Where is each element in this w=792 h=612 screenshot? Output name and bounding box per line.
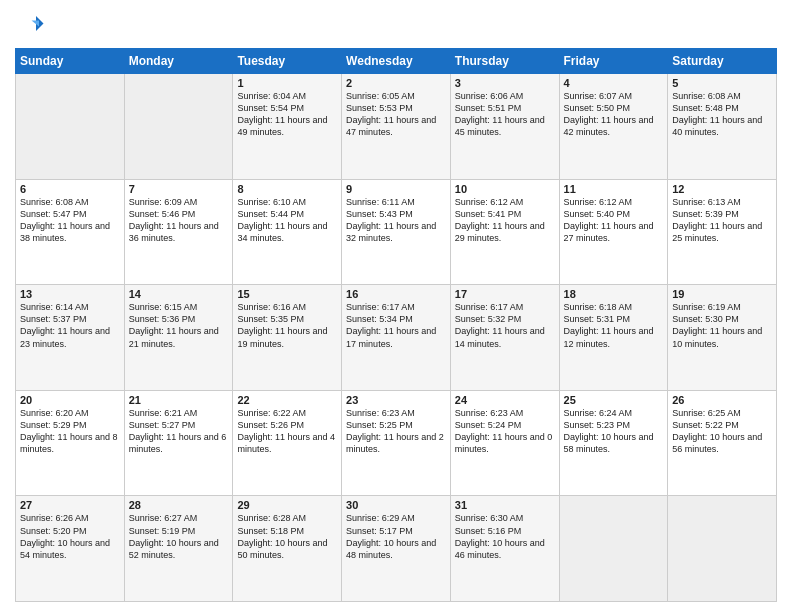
day-info: Sunrise: 6:23 AM Sunset: 5:25 PM Dayligh… <box>346 407 446 456</box>
day-info: Sunrise: 6:19 AM Sunset: 5:30 PM Dayligh… <box>672 301 772 350</box>
day-number: 29 <box>237 499 337 511</box>
day-cell: 1Sunrise: 6:04 AM Sunset: 5:54 PM Daylig… <box>233 74 342 180</box>
weekday-header-thursday: Thursday <box>450 49 559 74</box>
day-cell: 4Sunrise: 6:07 AM Sunset: 5:50 PM Daylig… <box>559 74 668 180</box>
day-info: Sunrise: 6:08 AM Sunset: 5:47 PM Dayligh… <box>20 196 120 245</box>
day-cell: 11Sunrise: 6:12 AM Sunset: 5:40 PM Dayli… <box>559 179 668 285</box>
logo-icon <box>15 10 45 40</box>
week-row-1: 1Sunrise: 6:04 AM Sunset: 5:54 PM Daylig… <box>16 74 777 180</box>
day-cell: 10Sunrise: 6:12 AM Sunset: 5:41 PM Dayli… <box>450 179 559 285</box>
day-info: Sunrise: 6:21 AM Sunset: 5:27 PM Dayligh… <box>129 407 229 456</box>
weekday-header-wednesday: Wednesday <box>342 49 451 74</box>
day-number: 23 <box>346 394 446 406</box>
day-info: Sunrise: 6:16 AM Sunset: 5:35 PM Dayligh… <box>237 301 337 350</box>
day-cell: 18Sunrise: 6:18 AM Sunset: 5:31 PM Dayli… <box>559 285 668 391</box>
day-info: Sunrise: 6:17 AM Sunset: 5:32 PM Dayligh… <box>455 301 555 350</box>
day-number: 3 <box>455 77 555 89</box>
day-cell: 26Sunrise: 6:25 AM Sunset: 5:22 PM Dayli… <box>668 390 777 496</box>
calendar-container: SundayMondayTuesdayWednesdayThursdayFrid… <box>0 0 792 612</box>
day-info: Sunrise: 6:12 AM Sunset: 5:40 PM Dayligh… <box>564 196 664 245</box>
day-info: Sunrise: 6:14 AM Sunset: 5:37 PM Dayligh… <box>20 301 120 350</box>
day-number: 18 <box>564 288 664 300</box>
day-number: 20 <box>20 394 120 406</box>
day-cell: 22Sunrise: 6:22 AM Sunset: 5:26 PM Dayli… <box>233 390 342 496</box>
week-row-2: 6Sunrise: 6:08 AM Sunset: 5:47 PM Daylig… <box>16 179 777 285</box>
day-cell: 30Sunrise: 6:29 AM Sunset: 5:17 PM Dayli… <box>342 496 451 602</box>
day-cell: 6Sunrise: 6:08 AM Sunset: 5:47 PM Daylig… <box>16 179 125 285</box>
day-number: 9 <box>346 183 446 195</box>
day-cell: 13Sunrise: 6:14 AM Sunset: 5:37 PM Dayli… <box>16 285 125 391</box>
day-number: 10 <box>455 183 555 195</box>
day-info: Sunrise: 6:29 AM Sunset: 5:17 PM Dayligh… <box>346 512 446 561</box>
day-info: Sunrise: 6:06 AM Sunset: 5:51 PM Dayligh… <box>455 90 555 139</box>
day-number: 21 <box>129 394 229 406</box>
day-cell: 31Sunrise: 6:30 AM Sunset: 5:16 PM Dayli… <box>450 496 559 602</box>
day-number: 30 <box>346 499 446 511</box>
day-info: Sunrise: 6:22 AM Sunset: 5:26 PM Dayligh… <box>237 407 337 456</box>
day-info: Sunrise: 6:20 AM Sunset: 5:29 PM Dayligh… <box>20 407 120 456</box>
day-number: 11 <box>564 183 664 195</box>
day-info: Sunrise: 6:10 AM Sunset: 5:44 PM Dayligh… <box>237 196 337 245</box>
day-number: 16 <box>346 288 446 300</box>
weekday-header-row: SundayMondayTuesdayWednesdayThursdayFrid… <box>16 49 777 74</box>
day-cell: 2Sunrise: 6:05 AM Sunset: 5:53 PM Daylig… <box>342 74 451 180</box>
day-info: Sunrise: 6:07 AM Sunset: 5:50 PM Dayligh… <box>564 90 664 139</box>
day-number: 13 <box>20 288 120 300</box>
day-number: 2 <box>346 77 446 89</box>
day-cell: 17Sunrise: 6:17 AM Sunset: 5:32 PM Dayli… <box>450 285 559 391</box>
day-cell <box>668 496 777 602</box>
day-cell: 20Sunrise: 6:20 AM Sunset: 5:29 PM Dayli… <box>16 390 125 496</box>
day-info: Sunrise: 6:08 AM Sunset: 5:48 PM Dayligh… <box>672 90 772 139</box>
day-number: 14 <box>129 288 229 300</box>
day-number: 27 <box>20 499 120 511</box>
weekday-header-monday: Monday <box>124 49 233 74</box>
day-cell: 23Sunrise: 6:23 AM Sunset: 5:25 PM Dayli… <box>342 390 451 496</box>
day-info: Sunrise: 6:27 AM Sunset: 5:19 PM Dayligh… <box>129 512 229 561</box>
week-row-3: 13Sunrise: 6:14 AM Sunset: 5:37 PM Dayli… <box>16 285 777 391</box>
day-number: 6 <box>20 183 120 195</box>
day-cell: 19Sunrise: 6:19 AM Sunset: 5:30 PM Dayli… <box>668 285 777 391</box>
day-info: Sunrise: 6:11 AM Sunset: 5:43 PM Dayligh… <box>346 196 446 245</box>
day-number: 12 <box>672 183 772 195</box>
day-info: Sunrise: 6:12 AM Sunset: 5:41 PM Dayligh… <box>455 196 555 245</box>
calendar-table: SundayMondayTuesdayWednesdayThursdayFrid… <box>15 48 777 602</box>
header <box>15 10 777 40</box>
day-cell <box>16 74 125 180</box>
day-info: Sunrise: 6:25 AM Sunset: 5:22 PM Dayligh… <box>672 407 772 456</box>
day-info: Sunrise: 6:23 AM Sunset: 5:24 PM Dayligh… <box>455 407 555 456</box>
day-cell: 5Sunrise: 6:08 AM Sunset: 5:48 PM Daylig… <box>668 74 777 180</box>
day-number: 22 <box>237 394 337 406</box>
day-info: Sunrise: 6:15 AM Sunset: 5:36 PM Dayligh… <box>129 301 229 350</box>
day-number: 24 <box>455 394 555 406</box>
day-cell: 12Sunrise: 6:13 AM Sunset: 5:39 PM Dayli… <box>668 179 777 285</box>
day-info: Sunrise: 6:05 AM Sunset: 5:53 PM Dayligh… <box>346 90 446 139</box>
day-number: 8 <box>237 183 337 195</box>
day-number: 15 <box>237 288 337 300</box>
day-cell: 25Sunrise: 6:24 AM Sunset: 5:23 PM Dayli… <box>559 390 668 496</box>
day-cell: 3Sunrise: 6:06 AM Sunset: 5:51 PM Daylig… <box>450 74 559 180</box>
day-cell: 28Sunrise: 6:27 AM Sunset: 5:19 PM Dayli… <box>124 496 233 602</box>
weekday-header-friday: Friday <box>559 49 668 74</box>
day-info: Sunrise: 6:13 AM Sunset: 5:39 PM Dayligh… <box>672 196 772 245</box>
day-number: 17 <box>455 288 555 300</box>
day-cell: 24Sunrise: 6:23 AM Sunset: 5:24 PM Dayli… <box>450 390 559 496</box>
day-info: Sunrise: 6:09 AM Sunset: 5:46 PM Dayligh… <box>129 196 229 245</box>
weekday-header-saturday: Saturday <box>668 49 777 74</box>
day-cell: 29Sunrise: 6:28 AM Sunset: 5:18 PM Dayli… <box>233 496 342 602</box>
day-info: Sunrise: 6:24 AM Sunset: 5:23 PM Dayligh… <box>564 407 664 456</box>
day-cell: 8Sunrise: 6:10 AM Sunset: 5:44 PM Daylig… <box>233 179 342 285</box>
week-row-4: 20Sunrise: 6:20 AM Sunset: 5:29 PM Dayli… <box>16 390 777 496</box>
day-number: 4 <box>564 77 664 89</box>
day-info: Sunrise: 6:17 AM Sunset: 5:34 PM Dayligh… <box>346 301 446 350</box>
day-cell: 16Sunrise: 6:17 AM Sunset: 5:34 PM Dayli… <box>342 285 451 391</box>
day-cell: 9Sunrise: 6:11 AM Sunset: 5:43 PM Daylig… <box>342 179 451 285</box>
day-info: Sunrise: 6:04 AM Sunset: 5:54 PM Dayligh… <box>237 90 337 139</box>
day-info: Sunrise: 6:26 AM Sunset: 5:20 PM Dayligh… <box>20 512 120 561</box>
day-cell: 15Sunrise: 6:16 AM Sunset: 5:35 PM Dayli… <box>233 285 342 391</box>
day-cell: 7Sunrise: 6:09 AM Sunset: 5:46 PM Daylig… <box>124 179 233 285</box>
day-info: Sunrise: 6:18 AM Sunset: 5:31 PM Dayligh… <box>564 301 664 350</box>
day-cell: 21Sunrise: 6:21 AM Sunset: 5:27 PM Dayli… <box>124 390 233 496</box>
day-number: 26 <box>672 394 772 406</box>
logo <box>15 10 49 40</box>
day-number: 1 <box>237 77 337 89</box>
